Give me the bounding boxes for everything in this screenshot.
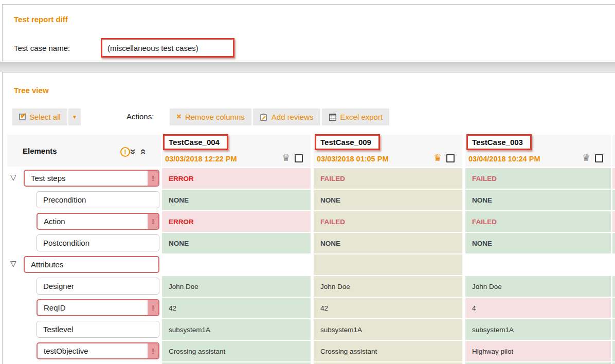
cell-reqid-col1: 42	[162, 298, 311, 318]
cell-value: FAILED	[320, 175, 345, 183]
tree-item-precondition[interactable]: Precondition	[37, 191, 159, 208]
clipboard-pencil-icon	[260, 113, 268, 121]
cell-value: 42	[169, 304, 176, 312]
action-button-excel-export[interactable]: Excel export	[322, 108, 390, 125]
cell-value: 42	[320, 304, 328, 312]
tree-item-attributes[interactable]: Attributes	[24, 256, 159, 273]
cell-value: John Doe	[320, 283, 350, 290]
cell-designer-col1: John Doe	[162, 276, 311, 297]
action-button-label: Excel export	[340, 113, 383, 121]
tree-item-testlevel[interactable]: Testlevel	[37, 321, 159, 338]
action-button-add-reviews[interactable]: Add reviews	[253, 108, 320, 125]
cell-testlevel-col3: subsystem1A	[465, 319, 611, 340]
cell-value: NONE	[472, 240, 492, 247]
test-case-name-value: (miscellaneous test cases)	[107, 44, 198, 52]
crown-icon: ♛	[433, 153, 442, 162]
actions-label: Actions:	[126, 112, 154, 121]
tree-item-reqid[interactable]: ReqID!	[37, 299, 159, 316]
cell-testobjective-col3: Highway pilot	[465, 341, 611, 361]
cell-testlevel-col2: subsystem1A	[314, 319, 462, 340]
cell-designer-col3: John Doe	[465, 276, 611, 297]
cell-value: FAILED	[320, 218, 345, 226]
cell-value: NONE	[472, 196, 492, 204]
select-all-dropdown-button[interactable]: ▼	[68, 108, 81, 125]
column-checkbox[interactable]	[595, 154, 603, 162]
tree-item-label: Designer	[37, 282, 74, 290]
tree-item-action[interactable]: Action!	[37, 213, 159, 230]
expander-icon[interactable]: ▽	[10, 173, 16, 181]
cell-value: subsystem1A	[169, 326, 210, 334]
test-case-name-label: Test case name:	[14, 44, 70, 52]
warning-badge: !	[148, 343, 158, 358]
crown-icon: ♛	[582, 153, 590, 162]
cell-value: FAILED	[472, 218, 497, 226]
action-button-label: Remove columns	[185, 113, 245, 121]
tree-item-label: Action	[38, 217, 65, 226]
partial-column-cell	[612, 190, 615, 210]
action-button-remove-columns[interactable]: ×Remove columns	[170, 108, 251, 125]
cell-precondition-col1: NONE	[162, 190, 311, 210]
cell-testobjective-col1: Crossing assistant	[162, 341, 311, 361]
column-name-testcase-004: TestCase_004	[163, 134, 228, 150]
chevrons-up-icon[interactable]: «	[139, 149, 149, 155]
partial-column-cell	[612, 341, 615, 361]
tree-item-designer[interactable]: Designer	[37, 278, 159, 295]
cell-action-col1: ERROR	[162, 211, 311, 232]
cell-value: NONE	[169, 196, 189, 204]
column-date: 03/04/2018 10:24 PM	[468, 155, 540, 163]
partial-column-cell	[612, 168, 615, 189]
column-name-testcase-003: TestCase_003	[466, 134, 532, 150]
chevron-down-icon: ▼	[72, 114, 77, 120]
warning-badge: !	[148, 214, 158, 229]
tree-item-label: Testlevel	[37, 325, 73, 334]
panel-divider	[0, 62, 615, 72]
actions-group: ×Remove columnsAdd reviewsExcel export	[170, 108, 389, 125]
cell-value: ERROR	[169, 175, 194, 183]
x-icon: ×	[176, 113, 182, 121]
cell-test-steps-col2: FAILED	[314, 168, 462, 189]
cell-action-col3: FAILED	[465, 211, 611, 232]
tree-item-testobjective[interactable]: testObjective!	[37, 342, 159, 359]
tree-item-label: Precondition	[37, 195, 86, 204]
tree-item-postcondition[interactable]: Postcondition	[37, 234, 159, 251]
partial-column-cell	[612, 276, 615, 297]
cell-value: ERROR	[169, 218, 194, 226]
expander-icon[interactable]: ▽	[10, 260, 16, 267]
cell-value: John Doe	[472, 283, 502, 290]
elements-header-title: Elements	[23, 147, 57, 155]
cell-precondition-col2: NONE	[314, 190, 462, 210]
cell-value: NONE	[320, 196, 340, 204]
column-checkbox[interactable]	[295, 154, 303, 162]
cell-reqid-col2: 42	[314, 298, 462, 318]
column-checkbox[interactable]	[446, 154, 455, 162]
cell-value: FAILED	[472, 175, 497, 183]
tree-item-test-steps[interactable]: Test steps!	[24, 170, 159, 187]
chevrons-down-icon[interactable]: »	[129, 149, 139, 155]
select-all-split-button: ✔ Select all ▼	[12, 108, 81, 125]
cell-value: John Doe	[169, 283, 198, 290]
cell-postcondition-col3: NONE	[465, 233, 611, 253]
warning-badge: !	[148, 300, 158, 315]
cell-testobjective-col2: Crossing assistant	[314, 341, 462, 361]
cell-value: 4	[472, 304, 476, 312]
cell-attributes-col3	[465, 254, 611, 275]
partial-column-cell	[612, 211, 615, 232]
select-all-button[interactable]: ✔ Select all	[12, 108, 67, 125]
cell-attributes-col2	[314, 254, 462, 275]
cell-value: Crossing assistant	[320, 348, 377, 355]
cell-value: subsystem1A	[472, 326, 514, 334]
column-name-testcase-009: TestCase_009	[315, 134, 380, 150]
tree-item-label: testObjective	[38, 347, 88, 355]
tree-item-label: Postcondition	[37, 239, 89, 247]
partial-column-cell	[612, 319, 615, 340]
checked-checkbox-icon: ✔	[19, 114, 26, 120]
cell-precondition-col3: NONE	[465, 190, 611, 210]
partial-column-cell	[612, 298, 615, 318]
annotation-highlight-test-case-name: (miscellaneous test cases)	[101, 38, 234, 58]
cell-testlevel-col1: subsystem1A	[162, 319, 311, 340]
cell-value: Highway pilot	[472, 348, 513, 355]
partial-column-header-cell	[612, 135, 615, 167]
crown-icon: ♛	[282, 153, 290, 162]
cell-test-steps-col1: ERROR	[162, 168, 311, 189]
report-panel: Test report diff Test case name:	[2, 4, 615, 61]
